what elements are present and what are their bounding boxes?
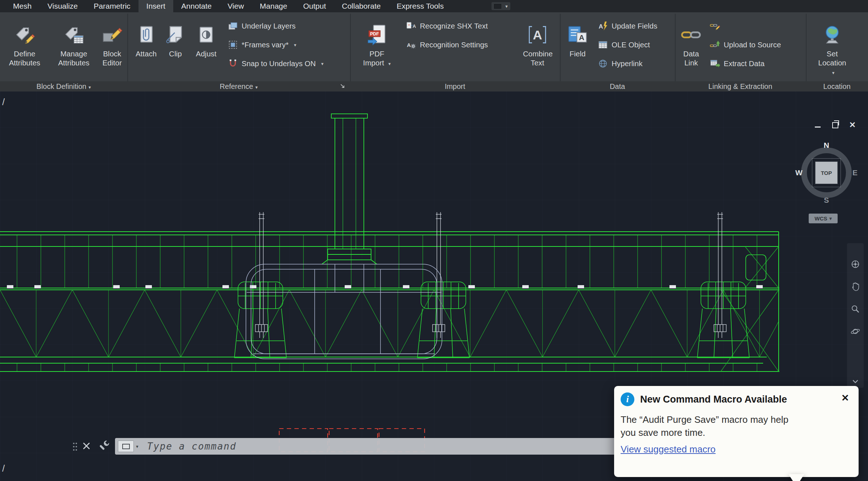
extract-data-icon: [710, 58, 720, 69]
chevron-down-icon: ▾: [294, 42, 297, 48]
zoom-button[interactable]: [849, 302, 862, 315]
ribbon-tab-bar: Mesh Visualize Parametric Insert Annotat…: [0, 0, 868, 12]
orbit-button[interactable]: [849, 325, 862, 338]
attach-button[interactable]: Attach: [133, 14, 159, 77]
command-bar: ▾: [115, 438, 686, 455]
panel-separator: [675, 14, 676, 90]
combine-text-label: Combine Text: [523, 49, 552, 67]
restore-icon: [832, 122, 838, 128]
tab-visualize[interactable]: Visualize: [39, 0, 86, 12]
adjust-icon: [195, 24, 217, 46]
define-attributes-button[interactable]: Define Attributes: [3, 14, 46, 77]
snap-icon: [227, 58, 238, 69]
viewcube-west[interactable]: W: [795, 168, 803, 177]
data-link-button[interactable]: Data Link: [678, 14, 704, 77]
manage-attributes-button[interactable]: Manage Attributes: [54, 14, 94, 77]
recognition-settings-button[interactable]: Recognition Settings: [404, 37, 489, 53]
block-editor-button[interactable]: Block Editor: [95, 14, 129, 77]
viewcube[interactable]: TOP N W E S: [795, 141, 858, 205]
viewcube-north[interactable]: N: [795, 141, 858, 150]
ribbon: Define Attributes Manage Attributes Bloc…: [0, 12, 868, 91]
wcs-label: WCS: [814, 215, 827, 222]
block-editor-icon: [101, 24, 123, 46]
chevron-down-icon: ▾: [321, 61, 324, 66]
wcs-selector[interactable]: WCS ▾: [809, 214, 838, 223]
tab-insert[interactable]: Insert: [139, 0, 174, 12]
tab-express-tools[interactable]: Express Tools: [389, 0, 452, 12]
upload-to-source-icon: [710, 39, 720, 50]
underlay-layers-button[interactable]: Underlay Layers: [226, 18, 325, 34]
navigation-wheel-button[interactable]: [849, 258, 862, 271]
data-link-icon: [680, 24, 702, 46]
viewcube-east[interactable]: E: [852, 168, 858, 177]
view-suggested-macro-link[interactable]: View suggested macro: [621, 444, 716, 455]
minimize-button[interactable]: [812, 120, 823, 130]
hyperlink-button[interactable]: Hyperlink: [596, 56, 659, 72]
notification-tail: [788, 474, 804, 481]
pan-hand-icon: [850, 281, 861, 292]
adjust-button[interactable]: Adjust: [192, 14, 220, 77]
field-button[interactable]: Field: [564, 14, 591, 77]
command-window-icon: [122, 444, 130, 449]
link-edit-button[interactable]: [708, 18, 782, 34]
ole-object-button[interactable]: OLE Object: [596, 37, 659, 53]
tab-manage[interactable]: Manage: [252, 0, 295, 12]
command-input[interactable]: [146, 441, 686, 452]
panel-separator: [127, 14, 128, 90]
underlay-layers-icon: [227, 21, 238, 31]
tab-view[interactable]: View: [220, 0, 252, 12]
viewport-window-controls: ✕: [812, 120, 858, 130]
tab-annotate[interactable]: Annotate: [173, 0, 220, 12]
manage-attributes-icon: [63, 24, 85, 46]
tab-collaborate[interactable]: Collaborate: [334, 0, 388, 12]
close-icon: ✕: [849, 120, 856, 130]
ucs-edge-mark: /: [2, 463, 5, 474]
recent-commands-button[interactable]: [118, 441, 134, 452]
frames-vary-dropdown[interactable]: *Frames vary* ▾: [226, 37, 325, 53]
ribbon-display-options-button[interactable]: ▾: [492, 2, 510, 10]
frames-icon: [227, 39, 238, 50]
update-fields-button[interactable]: Update Fields: [596, 18, 659, 34]
hyperlink-label: Hyperlink: [612, 59, 642, 68]
panel-location: Location: [806, 81, 868, 91]
update-fields-label: Update Fields: [612, 22, 657, 30]
panel-separator: [350, 14, 351, 90]
notification-body-line1: The “Audit Purge Save” macro may help: [621, 414, 788, 425]
extract-data-button[interactable]: Extract Data: [708, 56, 782, 72]
pan-button[interactable]: [849, 280, 862, 293]
chevron-down-icon: ▾: [388, 61, 391, 66]
reference-dialog-launcher-icon[interactable]: [339, 83, 346, 90]
chevron-down-icon: ▾: [505, 4, 508, 9]
set-location-button[interactable]: Set Location ▾: [816, 14, 848, 77]
combine-text-button[interactable]: Combine Text: [520, 14, 555, 77]
panel-separator: [806, 14, 807, 90]
recognize-shx-text-button[interactable]: Recognize SHX Text: [404, 18, 489, 34]
autocad-window: Mesh Visualize Parametric Insert Annotat…: [0, 0, 868, 481]
snap-to-underlays-dropdown[interactable]: Snap to Underlays ON ▾: [226, 56, 325, 72]
panel-reference[interactable]: Reference▾: [127, 81, 350, 91]
tab-parametric[interactable]: Parametric: [86, 0, 139, 12]
restore-button[interactable]: [830, 120, 841, 130]
recognition-settings-icon: [406, 39, 417, 50]
chevron-down-icon: ▾: [136, 444, 139, 449]
notification-close-button[interactable]: ✕: [839, 392, 851, 404]
field-label: Field: [570, 49, 586, 58]
customize-wrench-icon[interactable]: [98, 439, 111, 452]
panel-label-strip: Block Definition▾ Reference▾ Import Data…: [0, 81, 868, 91]
update-fields-icon: [597, 21, 608, 31]
ole-object-icon: [597, 39, 608, 50]
set-location-label: Set Location: [818, 50, 846, 67]
tab-mesh[interactable]: Mesh: [5, 0, 39, 12]
command-close-button[interactable]: [81, 441, 92, 451]
clip-button[interactable]: Clip: [163, 14, 187, 77]
panel-block-definition[interactable]: Block Definition▾: [0, 81, 127, 91]
drag-handle[interactable]: [72, 442, 77, 451]
close-button[interactable]: ✕: [847, 120, 858, 130]
pdf-import-button[interactable]: PDF Import ▾: [359, 14, 395, 77]
pdf-import-icon: [366, 24, 388, 46]
tab-output[interactable]: Output: [295, 0, 334, 12]
upload-to-source-button[interactable]: Upload to Source: [708, 37, 782, 53]
viewcube-south[interactable]: S: [795, 196, 858, 205]
viewcube-top-face[interactable]: TOP: [815, 162, 838, 184]
clip-icon: [165, 24, 186, 46]
